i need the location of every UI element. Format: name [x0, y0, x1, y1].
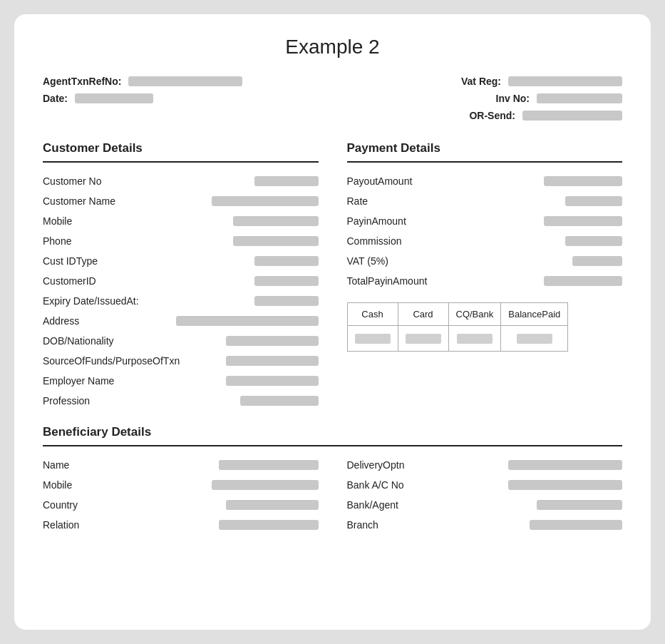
- expiry-row: Expiry Date/IssuedAt:: [43, 291, 319, 311]
- cqbank-header: CQ/Bank: [448, 303, 501, 326]
- bene-mobile-value: [157, 480, 319, 490]
- customerid-row: CustomerID: [43, 271, 319, 291]
- payment-section-title: Payment Details: [347, 141, 623, 155]
- customer-no-row: Customer No: [43, 171, 319, 191]
- top-left: AgentTxnRefNo: Date:: [43, 76, 242, 127]
- phone-bar: [233, 236, 319, 246]
- employer-bar: [226, 376, 319, 386]
- payment-divider: [347, 161, 623, 163]
- page-title: Example 2: [43, 36, 622, 58]
- vat-value: [461, 256, 623, 266]
- profession-label: Profession: [43, 395, 157, 407]
- address-row: Address: [43, 311, 319, 331]
- source-value: [180, 356, 318, 366]
- customerid-value: [157, 276, 319, 286]
- vat-reg-label: Vat Reg:: [461, 76, 501, 87]
- phone-label: Phone: [43, 235, 157, 247]
- dob-value: [157, 336, 319, 346]
- customerid-label: CustomerID: [43, 275, 157, 287]
- rate-label: Rate: [347, 195, 461, 207]
- customer-name-value: [157, 196, 319, 206]
- dob-label: DOB/Nationality: [43, 335, 157, 347]
- vat-label: VAT (5%): [347, 255, 461, 267]
- customer-divider: [43, 161, 319, 163]
- customer-name-label: Customer Name: [43, 195, 157, 207]
- customer-no-bar: [254, 176, 319, 186]
- balance-header: BalancePaid: [501, 303, 568, 326]
- phone-value: [157, 236, 319, 246]
- commission-bar: [565, 236, 622, 246]
- source-bar: [226, 356, 319, 366]
- expiry-value: [157, 296, 319, 306]
- address-bar: [176, 316, 319, 326]
- mobile-label: Mobile: [43, 215, 157, 227]
- dob-bar: [226, 336, 319, 346]
- branch-bar: [530, 520, 622, 530]
- bene-name-row: Name: [43, 455, 319, 475]
- inv-no-row: Inv No:: [461, 93, 622, 104]
- vat-reg-value: [508, 76, 622, 86]
- or-send-label: OR-Send:: [469, 110, 515, 121]
- date-row: Date:: [43, 93, 242, 104]
- bank-ac-value: [461, 480, 623, 490]
- mobile-bar: [233, 216, 319, 226]
- bene-relation-value: [157, 520, 319, 530]
- profession-bar: [240, 396, 319, 406]
- payin-row: PayinAmount: [347, 211, 623, 231]
- expiry-bar: [254, 296, 319, 306]
- bene-name-label: Name: [43, 459, 157, 471]
- beneficiary-divider: [43, 445, 622, 446]
- bene-relation-bar: [219, 520, 319, 530]
- balance-cell-value: [517, 334, 552, 344]
- dob-row: DOB/Nationality: [43, 331, 319, 351]
- bene-country-value: [157, 500, 319, 510]
- vat-row: VAT (5%): [347, 251, 623, 271]
- cqbank-cell-value: [457, 334, 493, 344]
- bank-agent-row: Bank/Agent: [347, 495, 623, 515]
- main-sections: Customer Details Customer No Customer Na…: [43, 141, 622, 411]
- beneficiary-content: Name Mobile Country: [43, 455, 622, 535]
- payout-row: PayoutAmount: [347, 171, 623, 191]
- beneficiary-section-title: Beneficiary Details: [43, 425, 622, 439]
- total-bar: [544, 276, 622, 286]
- agent-txn-row: AgentTxnRefNo:: [43, 76, 242, 87]
- bene-mobile-label: Mobile: [43, 479, 157, 491]
- beneficiary-left: Name Mobile Country: [43, 455, 319, 535]
- cash-header: Cash: [347, 303, 398, 326]
- top-right: Vat Reg: Inv No: OR-Send:: [461, 76, 622, 127]
- branch-value: [461, 520, 623, 530]
- payin-label: PayinAmount: [347, 215, 461, 227]
- vat-reg-row: Vat Reg:: [461, 76, 622, 87]
- bank-agent-label: Bank/Agent: [347, 499, 461, 511]
- bank-agent-bar: [537, 500, 622, 510]
- bank-agent-value: [461, 500, 623, 510]
- cust-idtype-bar: [254, 256, 319, 266]
- cust-idtype-value: [157, 256, 319, 266]
- total-value: [461, 276, 623, 286]
- bene-country-bar: [226, 500, 319, 510]
- branch-row: Branch: [347, 515, 623, 535]
- bene-mobile-row: Mobile: [43, 475, 319, 495]
- page-container: Example 2 AgentTxnRefNo: Date: Vat Reg: …: [14, 14, 651, 630]
- payout-bar: [544, 176, 622, 186]
- total-row: TotalPayinAmount: [347, 271, 623, 291]
- mobile-row: Mobile: [43, 211, 319, 231]
- payment-section: Payment Details PayoutAmount Rate PayinA…: [347, 141, 623, 411]
- source-row: SourceOfFunds/PurposeOfTxn: [43, 351, 319, 371]
- profession-row: Profession: [43, 391, 319, 411]
- address-value: [157, 316, 319, 326]
- mobile-value: [157, 216, 319, 226]
- customer-section: Customer Details Customer No Customer Na…: [43, 141, 319, 411]
- delivery-value: [461, 460, 623, 470]
- rate-bar: [565, 196, 622, 206]
- delivery-label: DeliveryOptn: [347, 459, 461, 471]
- payment-table: Cash Card CQ/Bank BalancePaid: [347, 302, 569, 352]
- bene-country-row: Country: [43, 495, 319, 515]
- payout-value: [461, 176, 623, 186]
- profession-value: [157, 396, 319, 406]
- or-send-row: OR-Send:: [461, 110, 622, 121]
- customer-name-bar: [212, 196, 319, 206]
- employer-label: Employer Name: [43, 375, 157, 387]
- commission-row: Commission: [347, 231, 623, 251]
- commission-label: Commission: [347, 235, 461, 247]
